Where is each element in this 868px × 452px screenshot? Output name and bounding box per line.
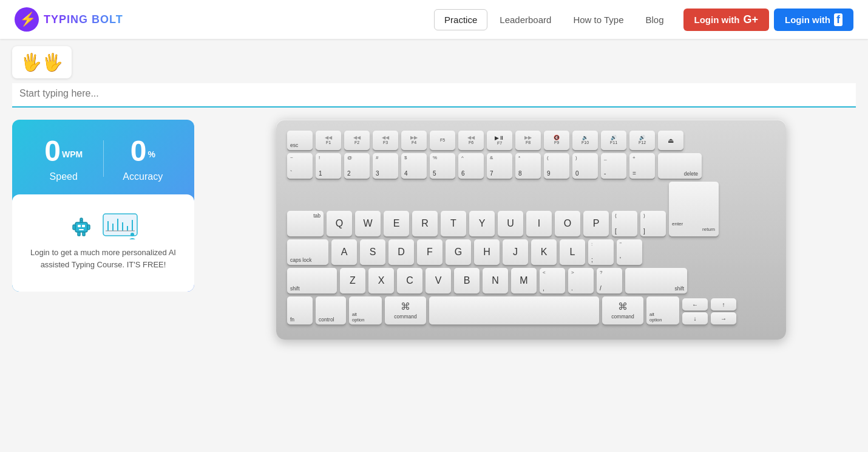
key-n[interactable]: N xyxy=(483,268,508,293)
login-facebook-label: Login with xyxy=(785,15,830,25)
key-m[interactable]: M xyxy=(511,268,537,293)
hands-area: 🖐🖐 xyxy=(0,39,868,78)
key-7[interactable]: &7 xyxy=(487,153,512,179)
key-period[interactable]: >. xyxy=(568,268,594,293)
promo-text: Login to get a much more personalized AI… xyxy=(24,247,182,270)
key-eject[interactable]: ⏏ xyxy=(658,131,683,150)
key-f9[interactable]: 🔇F9 xyxy=(544,131,569,150)
key-option-right[interactable]: altoption xyxy=(646,296,679,324)
key-arrow-right[interactable]: → xyxy=(711,312,736,324)
key-f6[interactable]: ◀◀F6 xyxy=(458,131,484,150)
key-9[interactable]: (9 xyxy=(544,153,569,179)
key-minus[interactable]: _- xyxy=(601,153,626,179)
key-q[interactable]: Q xyxy=(327,211,352,236)
key-l[interactable]: L xyxy=(560,239,585,265)
key-f4[interactable]: ▶▶F4 xyxy=(401,131,427,150)
key-option-left[interactable]: altoption xyxy=(349,296,382,324)
stats-bottom: Login to get a much more personalized AI… xyxy=(12,194,194,292)
key-f1[interactable]: ◀◀F1 xyxy=(316,131,341,150)
key-z[interactable]: Z xyxy=(340,268,365,293)
key-i[interactable]: I xyxy=(526,211,552,236)
key-tilde[interactable]: ~` xyxy=(287,153,313,179)
key-delete[interactable]: delete xyxy=(658,153,702,179)
key-f11[interactable]: 🔊F11 xyxy=(601,131,626,150)
key-v[interactable]: V xyxy=(426,268,451,293)
key-equals[interactable]: += xyxy=(629,153,655,179)
key-p[interactable]: P xyxy=(583,211,609,236)
key-quote[interactable]: "' xyxy=(617,239,642,265)
key-r[interactable]: R xyxy=(412,211,438,236)
key-0[interactable]: )0 xyxy=(572,153,598,179)
key-esc[interactable]: esc xyxy=(287,131,313,150)
key-g[interactable]: G xyxy=(446,239,471,265)
key-capslock[interactable]: caps lock xyxy=(287,239,328,265)
key-f8[interactable]: ▶▶F8 xyxy=(515,131,541,150)
key-5[interactable]: %5 xyxy=(430,153,455,179)
svg-text:⚡: ⚡ xyxy=(19,11,36,27)
key-2[interactable]: @2 xyxy=(344,153,370,179)
key-command-right[interactable]: ⌘ command xyxy=(602,296,643,324)
key-arrow-left[interactable]: ← xyxy=(682,298,708,310)
hands-card: 🖐🖐 xyxy=(12,46,72,78)
key-tab[interactable]: tab xyxy=(287,211,324,236)
key-1[interactable]: !1 xyxy=(316,153,341,179)
key-s[interactable]: S xyxy=(360,239,385,265)
svg-rect-2 xyxy=(75,222,87,232)
key-o[interactable]: O xyxy=(555,211,580,236)
key-b[interactable]: B xyxy=(454,268,480,293)
key-j[interactable]: J xyxy=(503,239,528,265)
key-f3[interactable]: ◀◀F3 xyxy=(373,131,398,150)
key-enter[interactable]: enter return xyxy=(669,182,719,236)
key-4[interactable]: $4 xyxy=(401,153,427,179)
arrow-cluster: ← ↓ xyxy=(682,298,708,324)
login-facebook-button[interactable]: Login with f xyxy=(774,9,853,31)
key-f[interactable]: F xyxy=(417,239,442,265)
key-c[interactable]: C xyxy=(397,268,422,293)
chart-icon xyxy=(101,211,140,241)
key-space[interactable] xyxy=(429,296,599,324)
key-semicolon[interactable]: :; xyxy=(588,239,614,265)
key-d[interactable]: D xyxy=(388,239,414,265)
key-f2[interactable]: ◀◀F2 xyxy=(344,131,370,150)
key-x[interactable]: X xyxy=(368,268,394,293)
key-3[interactable]: #3 xyxy=(373,153,398,179)
key-u[interactable]: U xyxy=(498,211,523,236)
key-h[interactable]: H xyxy=(474,239,500,265)
svg-rect-8 xyxy=(73,225,75,230)
key-8[interactable]: *8 xyxy=(515,153,541,179)
nav-practice[interactable]: Practice xyxy=(434,9,487,30)
key-comma[interactable]: <, xyxy=(540,268,565,293)
key-t[interactable]: T xyxy=(441,211,466,236)
key-rbracket[interactable]: }] xyxy=(640,211,666,236)
key-k[interactable]: K xyxy=(531,239,557,265)
number-row: ~` !1 @2 #3 $4 %5 ^6 &7 *8 (9 )0 _- += d… xyxy=(287,153,775,179)
logo[interactable]: ⚡ TYPING BOLT xyxy=(15,7,123,32)
key-a[interactable]: A xyxy=(331,239,357,265)
nav-how-to-type[interactable]: How to Type xyxy=(563,10,633,30)
svg-rect-9 xyxy=(87,225,90,230)
key-fn[interactable]: fn xyxy=(287,296,313,324)
typing-input[interactable] xyxy=(19,88,849,99)
key-f10[interactable]: 🔉F10 xyxy=(572,131,598,150)
key-e[interactable]: E xyxy=(384,211,409,236)
nav-blog[interactable]: Blog xyxy=(636,10,673,30)
key-shift-left[interactable]: shift xyxy=(287,268,337,293)
key-slash[interactable]: ?/ xyxy=(597,268,622,293)
key-shift-right[interactable]: shift xyxy=(625,268,687,293)
key-f5[interactable]: F5 xyxy=(430,131,455,150)
key-w[interactable]: W xyxy=(355,211,381,236)
key-6[interactable]: ^6 xyxy=(458,153,484,179)
key-command-left[interactable]: ⌘ command xyxy=(385,296,426,324)
google-icon: G+ xyxy=(744,13,759,26)
stats-card: 0WPM Speed 0% Accuracy xyxy=(12,120,194,292)
key-y[interactable]: Y xyxy=(469,211,495,236)
nav-leaderboard[interactable]: Leaderboard xyxy=(490,10,561,30)
key-arrow-up[interactable]: ↑ xyxy=(711,298,736,310)
key-f7[interactable]: ▶⏸F7 xyxy=(487,131,512,150)
key-lbracket[interactable]: {[ xyxy=(612,211,637,236)
login-google-button[interactable]: Login with G+ xyxy=(683,9,770,31)
type-area[interactable] xyxy=(12,83,856,108)
key-arrow-down[interactable]: ↓ xyxy=(682,312,708,324)
key-f12[interactable]: 🔊F12 xyxy=(629,131,655,150)
key-control[interactable]: control xyxy=(316,296,346,324)
